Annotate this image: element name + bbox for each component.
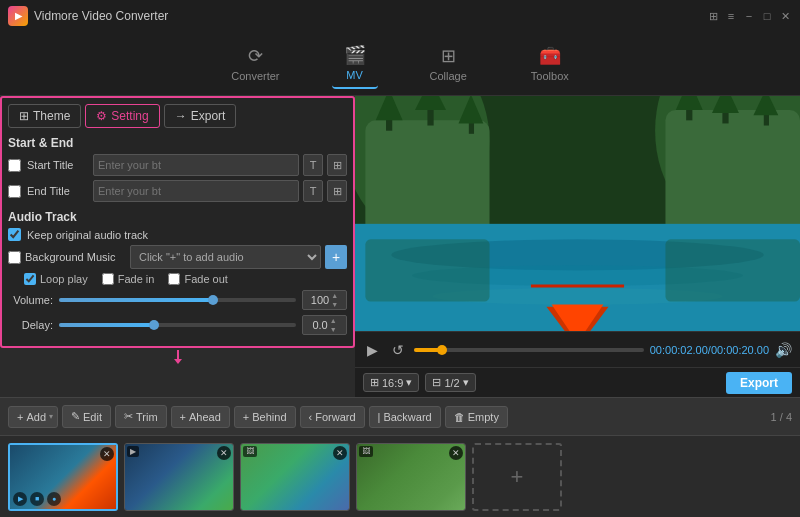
delay-slider-thumb xyxy=(149,320,159,330)
film-thumb-3[interactable]: ✕ 🖼 xyxy=(240,443,350,511)
end-title-font-btn[interactable]: T xyxy=(303,180,323,202)
forward-btn[interactable]: ‹ Forward xyxy=(300,406,365,428)
end-title-input[interactable] xyxy=(93,180,299,202)
thumb-stop-1[interactable]: ■ xyxy=(30,492,44,506)
ratio-controls: ⊞ 16:9 ▾ ⊟ 1/2 ▾ xyxy=(363,373,476,392)
trim-label: Trim xyxy=(136,411,158,423)
forward-label: Forward xyxy=(315,411,355,423)
ratio-arrow: ▾ xyxy=(406,376,412,389)
delay-up[interactable]: ▲ xyxy=(330,316,337,325)
background-music-row: Background Music Click "+" to add audio … xyxy=(8,245,347,269)
behind-label: Behind xyxy=(252,411,286,423)
keep-original-row: Keep original audio track xyxy=(8,228,347,241)
delay-spin: ▲ ▼ xyxy=(330,316,337,334)
nav-item-collage[interactable]: ⊞ Collage xyxy=(418,39,479,88)
export-video-btn[interactable]: Export xyxy=(726,372,792,394)
behind-icon: + xyxy=(243,411,249,423)
thumb-num-2: ▶ xyxy=(127,446,139,457)
maximize-btn[interactable]: □ xyxy=(760,9,774,23)
svg-rect-21 xyxy=(365,239,489,301)
start-title-input[interactable] xyxy=(93,154,299,176)
delay-down[interactable]: ▼ xyxy=(330,325,337,334)
tab-theme[interactable]: ⊞ Theme xyxy=(8,104,81,128)
delay-slider-track[interactable] xyxy=(59,323,296,327)
edit-btn[interactable]: ✎ Edit xyxy=(62,405,111,428)
bg-music-select[interactable]: Click "+" to add audio xyxy=(130,245,321,269)
volume-label: Volume: xyxy=(8,294,53,306)
fade-in-checkbox[interactable] xyxy=(102,273,114,285)
film-thumb-2[interactable]: ✕ ▶ xyxy=(124,443,234,511)
loop-play-checkbox[interactable] xyxy=(24,273,36,285)
volume-spin: ▲ ▼ xyxy=(331,291,338,309)
backward-btn[interactable]: | Backward xyxy=(369,406,441,428)
thumb-close-1[interactable]: ✕ xyxy=(100,447,114,461)
fade-in-option: Fade in xyxy=(102,273,155,285)
end-title-input-group: T ⊞ xyxy=(93,180,347,202)
add-media-icon: + xyxy=(511,464,524,490)
thumb-close-4[interactable]: ✕ xyxy=(449,446,463,460)
empty-btn[interactable]: 🗑 Empty xyxy=(445,406,508,428)
converter-icon: ⟳ xyxy=(248,45,263,67)
thumb-close-3[interactable]: ✕ xyxy=(333,446,347,460)
add-media-btn[interactable]: + xyxy=(472,443,562,511)
volume-up[interactable]: ▲ xyxy=(331,291,338,300)
trim-btn[interactable]: ✂ Trim xyxy=(115,405,167,428)
collage-icon: ⊞ xyxy=(441,45,456,67)
bottom-toolbar: + Add ▾ ✎ Edit ✂ Trim + Ahead + Behind ‹… xyxy=(0,397,800,435)
volume-down[interactable]: ▼ xyxy=(331,300,338,309)
film-thumb-4[interactable]: ✕ 🖼 xyxy=(356,443,466,511)
arrow-line xyxy=(177,350,179,360)
volume-value-box: 100 ▲ ▼ xyxy=(302,290,347,310)
pages-arrow: ▾ xyxy=(463,376,469,389)
audio-options-row: Loop play Fade in Fade out xyxy=(24,273,347,285)
filmstrip: ✕ ▶ ■ ● ✕ ▶ ✕ 🖼 ✕ 🖼 + xyxy=(0,435,800,517)
progress-bar[interactable] xyxy=(414,348,644,352)
edit-icon: ✎ xyxy=(71,410,80,423)
app-icon: ▶ xyxy=(8,6,28,26)
thumb-close-2[interactable]: ✕ xyxy=(217,446,231,460)
menu-btn[interactable]: ≡ xyxy=(724,9,738,23)
thumb-fx-1[interactable]: ● xyxy=(47,492,61,506)
end-title-grid-btn[interactable]: ⊞ xyxy=(327,180,347,202)
ahead-btn[interactable]: + Ahead xyxy=(171,406,230,428)
toolbox-icon: 🧰 xyxy=(539,45,561,67)
replay-btn[interactable]: ↺ xyxy=(388,340,408,360)
thumb-play-1[interactable]: ▶ xyxy=(13,492,27,506)
start-title-checkbox[interactable] xyxy=(8,159,21,172)
start-title-font-btn[interactable]: T xyxy=(303,154,323,176)
tab-export[interactable]: → Export xyxy=(164,104,237,128)
setting-tab-label: Setting xyxy=(111,109,148,123)
add-btn[interactable]: + Add ▾ xyxy=(8,406,58,428)
grid-btn[interactable]: ⊞ xyxy=(706,9,720,23)
start-end-label: Start & End xyxy=(8,136,347,150)
end-title-checkbox[interactable] xyxy=(8,185,21,198)
volume-btn[interactable]: 🔊 xyxy=(775,342,792,358)
volume-slider-track[interactable] xyxy=(59,298,296,302)
bg-music-checkbox[interactable] xyxy=(8,251,21,264)
behind-btn[interactable]: + Behind xyxy=(234,406,296,428)
keep-original-checkbox[interactable] xyxy=(8,228,21,241)
nav-item-toolbox[interactable]: 🧰 Toolbox xyxy=(519,39,581,88)
video-bottom-bar: ⊞ 16:9 ▾ ⊟ 1/2 ▾ Export xyxy=(355,367,800,397)
empty-label: Empty xyxy=(468,411,499,423)
nav-item-converter[interactable]: ⟳ Converter xyxy=(219,39,291,88)
film-thumb-1[interactable]: ✕ ▶ ■ ● xyxy=(8,443,118,511)
fade-out-checkbox[interactable] xyxy=(168,273,180,285)
audio-track-label: Audio Track xyxy=(8,210,347,224)
fade-in-label: Fade in xyxy=(118,273,155,285)
ratio-btn[interactable]: ⊞ 16:9 ▾ xyxy=(363,373,419,392)
tab-setting[interactable]: ⚙ Setting xyxy=(85,104,159,128)
minimize-btn[interactable]: − xyxy=(742,9,756,23)
title-bar-left: ▶ Vidmore Video Converter xyxy=(8,6,168,26)
start-title-grid-btn[interactable]: ⊞ xyxy=(327,154,347,176)
forward-icon: ‹ xyxy=(309,411,313,423)
fade-out-label: Fade out xyxy=(184,273,227,285)
delay-label: Delay: xyxy=(8,319,53,331)
close-btn[interactable]: ✕ xyxy=(778,9,792,23)
pages-btn[interactable]: ⊟ 1/2 ▾ xyxy=(425,373,475,392)
thumb-controls-1: ▶ ■ ● xyxy=(13,492,61,506)
empty-icon: 🗑 xyxy=(454,411,465,423)
nav-item-mv[interactable]: 🎬 MV xyxy=(332,38,378,89)
add-audio-btn[interactable]: + xyxy=(325,245,347,269)
play-btn[interactable]: ▶ xyxy=(363,340,382,360)
